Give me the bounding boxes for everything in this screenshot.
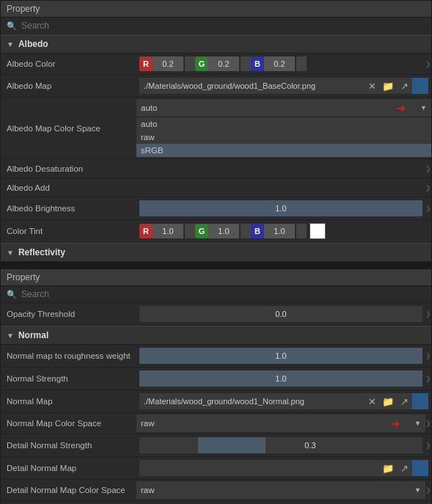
normal-arrow-icon: ▼ — [7, 332, 14, 340]
albedo-desaturation-value — [136, 167, 425, 170]
blue-input[interactable] — [264, 56, 295, 71]
normal-roughness-label: Normal map to roughness weight — [1, 350, 136, 362]
tint-gb-sep — [241, 224, 251, 238]
normal-color-space-value: raw ➜ ▼ — [136, 414, 425, 432]
green-channel: G — [195, 56, 239, 71]
reflectivity-section-header[interactable]: ▼ Reflectivity — [1, 243, 431, 262]
panel-1-header: Property — [1, 1, 431, 18]
albedo-brightness-end: ❯ — [425, 205, 431, 212]
albedo-section-header[interactable]: ▼ Albedo — [1, 34, 431, 54]
normal-color-space-label: Normal Map Color Space — [1, 417, 136, 429]
albedo-brightness-text: 1.0 — [275, 204, 286, 213]
color-space-selected: auto — [141, 103, 396, 112]
normal-color-space-dropdown[interactable]: raw ➜ ▼ — [136, 414, 425, 432]
albedo-desaturation-label: Albedo Desaturation — [1, 163, 136, 175]
tint-green-label: G — [195, 224, 208, 238]
detail-normal-map-label: Detail Normal Map — [1, 462, 136, 474]
color-space-option-auto[interactable]: auto — [136, 117, 431, 131]
opacity-threshold-label: Opacity Threshold — [1, 308, 136, 320]
detail-map-folder-button[interactable]: 📁 — [380, 460, 396, 476]
normal-section-header[interactable]: ▼ Normal — [1, 326, 431, 345]
tint-blue-input[interactable] — [264, 224, 295, 238]
albedo-map-blue-button[interactable] — [412, 78, 428, 94]
normal-strength-slider[interactable]: 1.0 — [139, 370, 422, 387]
normal-map-blue-button[interactable] — [412, 393, 428, 409]
normal-roughness-slider[interactable]: 1.0 — [139, 348, 422, 364]
albedo-add-end: ❯ — [425, 184, 431, 191]
albedo-color-space-value: auto ➜ ▼ auto raw sRGB — [136, 99, 431, 157]
albedo-map-folder-button[interactable]: 📁 — [380, 78, 396, 94]
albedo-map-path[interactable] — [139, 78, 364, 94]
red-input[interactable] — [153, 56, 183, 71]
albedo-color-space-row: Albedo Map Color Space auto ➜ ▼ auto raw… — [1, 98, 431, 159]
tint-rg-sep — [185, 224, 195, 238]
detail-map-bg — [139, 460, 380, 476]
albedo-map-row: Albedo Map ✕ 📁 ↗ — [1, 75, 431, 98]
detail-strength-end: ❯ — [425, 442, 431, 449]
opacity-text: 0.0 — [275, 310, 286, 318]
detail-normal-map-value: 📁 ↗ — [136, 459, 431, 478]
albedo-color-label: Albedo Color — [1, 58, 136, 70]
b-end-sep — [296, 56, 307, 71]
normal-strength-value: 1.0 — [136, 369, 425, 388]
normal-strength-row: Normal Strength 1.0 ❯ — [1, 368, 431, 390]
normal-map-link-button[interactable]: ↗ — [396, 393, 412, 409]
green-label: G — [195, 56, 208, 71]
albedo-color-space-label: Albedo Map Color Space — [1, 123, 136, 134]
color-space-option-srgb[interactable]: sRGB — [136, 144, 431, 157]
normal-map-label: Normal Map — [1, 395, 136, 407]
detail-map-blue-button[interactable] — [412, 460, 428, 476]
normal-map-path[interactable] — [139, 393, 364, 409]
albedo-map-clear-button[interactable]: ✕ — [364, 78, 380, 94]
detail-color-space-end: ❯ — [425, 486, 431, 494]
detail-strength-slider[interactable]: 0.3 — [198, 437, 422, 453]
normal-flip-u-row: Normal Map Flip U Tangent ❯ — [1, 501, 431, 504]
albedo-color-value: R G B — [136, 55, 425, 73]
albedo-map-link-button[interactable]: ↗ — [396, 78, 412, 94]
tint-b-end-sep — [296, 224, 307, 238]
opacity-slider[interactable]: 0.0 — [139, 306, 422, 322]
red-label: R — [139, 56, 153, 71]
color-tint-value: R G B — [136, 222, 431, 241]
color-tint-swatch[interactable] — [310, 223, 326, 239]
red-channel: R — [139, 56, 183, 71]
panel-2-header: Property — [1, 269, 431, 286]
normal-map-clear-button[interactable]: ✕ — [364, 393, 380, 409]
normal-roughness-end: ❯ — [425, 352, 431, 359]
albedo-desaturation-row: Albedo Desaturation ❯ — [1, 159, 431, 178]
albedo-add-label: Albedo Add — [1, 182, 136, 194]
detail-color-space-dropdown[interactable]: raw ▼ — [136, 481, 425, 499]
normal-color-space-row: Normal Map Color Space raw ➜ ▼ ❯ — [1, 413, 431, 434]
color-tint-row: Color Tint R G B — [1, 220, 431, 243]
opacity-threshold-end: ❯ — [425, 310, 431, 318]
search-bar-2: 🔍 — [1, 286, 431, 303]
detail-color-space-label: Detail Normal Map Color Space — [1, 484, 136, 496]
search-input-2[interactable] — [21, 289, 425, 299]
detail-strength-bg — [139, 437, 198, 453]
color-tint-label: Color Tint — [1, 225, 136, 237]
tint-red-input[interactable] — [153, 224, 183, 238]
search-icon-1: 🔍 — [7, 21, 17, 31]
tint-green-input[interactable] — [208, 224, 239, 238]
normal-map-row: Normal Map ✕ 📁 ↗ — [1, 390, 431, 413]
tint-red-label: R — [139, 224, 153, 238]
normal-map-folder-button[interactable]: 📁 — [380, 393, 396, 409]
red-arrow-icon-2: ➜ — [390, 417, 400, 431]
albedo-brightness-label: Albedo Brightness — [1, 202, 136, 214]
panel-gap — [0, 263, 432, 269]
color-space-dropdown-header[interactable]: auto ➜ ▼ — [136, 99, 431, 117]
color-space-option-raw[interactable]: raw — [136, 131, 431, 144]
opacity-threshold-row: Opacity Threshold 0.0 ❯ — [1, 303, 431, 326]
detail-color-space-value: raw ▼ — [136, 481, 425, 499]
search-input-1[interactable] — [21, 21, 425, 31]
normal-strength-label: Normal Strength — [1, 373, 136, 384]
normal-color-space-selected: raw — [141, 419, 390, 428]
detail-color-space-row: Detail Normal Map Color Space raw ▼ ❯ — [1, 480, 431, 501]
detail-normal-strength-label: Detail Normal Strength — [1, 439, 136, 451]
albedo-brightness-slider[interactable]: 1.0 — [139, 200, 422, 216]
blue-label: B — [251, 56, 264, 71]
reflectivity-arrow-icon: ▼ — [7, 249, 14, 257]
green-input[interactable] — [208, 56, 239, 71]
detail-map-link-button[interactable]: ↗ — [396, 460, 412, 476]
albedo-add-row: Albedo Add ❯ — [1, 178, 431, 197]
